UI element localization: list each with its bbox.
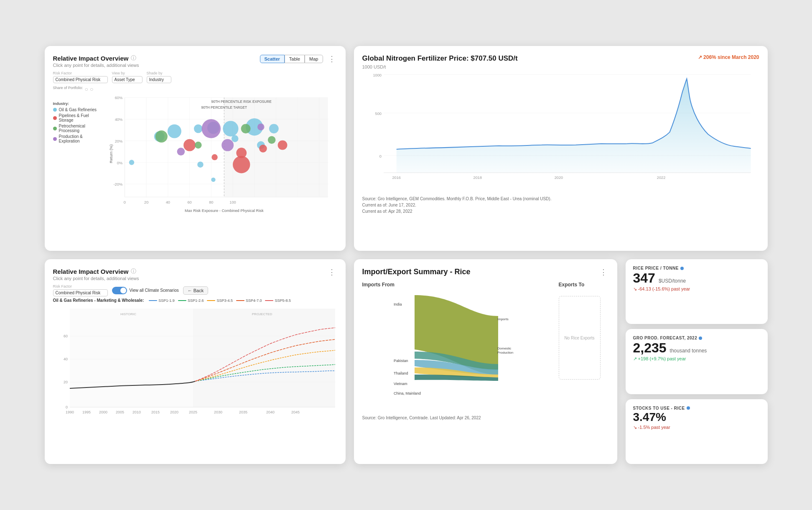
scatter-controls: Risk Factor Combined Physical Risk View … — [53, 71, 337, 83]
ssp-line-1 — [178, 300, 186, 301]
shade-by-group: Shade by Industry — [147, 71, 171, 83]
svg-text:100: 100 — [229, 200, 236, 204]
line-info-icon[interactable]: ⓘ — [131, 268, 136, 275]
svg-point-45 — [183, 139, 196, 151]
svg-point-53 — [241, 124, 250, 133]
svg-text:0: 0 — [65, 405, 67, 409]
svg-point-48 — [277, 140, 287, 150]
svg-rect-70 — [70, 309, 193, 407]
line-more-button[interactable]: ⋮ — [326, 268, 337, 277]
shade-by-select[interactable]: Industry — [147, 76, 171, 83]
risk-factor-group: Risk Factor Combined Physical Risk — [53, 71, 108, 83]
metric-dot-0 — [680, 267, 684, 270]
metrics-panel: RICE PRICE / TONNE 347 $USD/tonne ↘ -64.… — [626, 259, 768, 464]
svg-text:60%: 60% — [115, 96, 122, 100]
scatter-tab-table[interactable]: Table — [285, 55, 305, 63]
svg-text:60: 60 — [187, 200, 191, 204]
svg-text:1995: 1995 — [82, 410, 90, 414]
metric-dot-2 — [687, 406, 690, 410]
metric-card-2: STOCKS TO USE - RICE 3.47% ↘ -1.5% past … — [626, 399, 768, 464]
back-button[interactable]: ← Back — [183, 286, 209, 295]
scatter-toolbar: Scatter Table Map — [260, 55, 323, 63]
svg-text:40%: 40% — [115, 117, 122, 122]
import-content: Imports From India Pakistan Thailand Vie… — [362, 282, 609, 411]
scatter-more-button[interactable]: ⋮ — [326, 54, 337, 64]
svg-text:2045: 2045 — [291, 410, 299, 414]
ssp-label-1: SSP1-2.6 — [188, 298, 204, 303]
svg-point-43 — [197, 161, 203, 167]
metric-change-1: ↗ +198 (+9.7%) past year — [633, 356, 760, 362]
ssp-line-0 — [149, 300, 157, 301]
svg-rect-71 — [193, 309, 335, 407]
scatter-tab-map[interactable]: Map — [305, 55, 323, 63]
svg-text:2016: 2016 — [392, 176, 400, 180]
view-by-select[interactable]: Asset Type — [112, 76, 143, 83]
nitrogen-chart-svg: 0 500 1000 2016 2018 2020 2022 — [362, 69, 759, 191]
line-header: Relative Impact Overview ⓘ Click any poi… — [53, 268, 337, 281]
svg-text:40: 40 — [63, 357, 67, 361]
nitrogen-current-1: Current as of: June 17, 2022. — [362, 203, 417, 207]
svg-text:Thailand: Thailand — [394, 371, 408, 375]
metric-change-2: ↘ -1.5% past year — [633, 425, 760, 430]
climate-scenarios-toggle[interactable] — [112, 287, 127, 294]
series-label: Oil & Gas Refineries - Marketing & Whole… — [53, 298, 144, 303]
svg-text:2010: 2010 — [132, 410, 140, 414]
scatter-info-icon[interactable]: ⓘ — [131, 54, 136, 62]
legend-dot-2 — [53, 127, 57, 130]
ssp-item-1: SSP1-2.6 — [178, 298, 204, 303]
svg-text:China, Mainland: China, Mainland — [394, 391, 421, 395]
scatter-svg: 60% 40% 20% 0% -20% 0 20 40 60 80 100 90… — [102, 93, 337, 219]
svg-point-33 — [129, 160, 134, 165]
metric-label-2: STOCKS TO USE - RICE — [633, 406, 760, 411]
svg-text:60: 60 — [63, 334, 67, 338]
svg-text:1990: 1990 — [65, 410, 74, 414]
line-series-label-wrap: Oil & Gas Refineries - Marketing & Whole… — [53, 298, 337, 303]
svg-point-55 — [177, 148, 185, 156]
line-risk-select[interactable]: Combined Physical Risk — [53, 289, 108, 296]
exports-label: Exports To — [559, 282, 609, 288]
metric-value-1: 2,235 — [633, 341, 667, 354]
svg-text:-20%: -20% — [113, 182, 122, 186]
ssp-label-0: SSP1-1.9 — [158, 298, 175, 303]
ssp-item-2: SSP3-4.5 — [207, 298, 233, 303]
line-risk-label: Risk Factor — [53, 284, 108, 288]
import-more-button[interactable]: ⋮ — [598, 268, 609, 277]
svg-text:Imports: Imports — [497, 317, 509, 321]
svg-point-58 — [257, 123, 265, 130]
scatter-card: Relative Impact Overview ⓘ Click any poi… — [45, 46, 346, 251]
exports-section: Exports To No Rice Exports — [559, 282, 609, 411]
svg-point-56 — [201, 119, 221, 138]
svg-text:2018: 2018 — [473, 176, 481, 180]
legend-item-1: Pipelines & Fuel Storage — [53, 113, 99, 122]
scatter-tab-scatter[interactable]: Scatter — [260, 55, 285, 63]
svg-text:90TH PERCENTILE RISK EXPOSURE: 90TH PERCENTILE RISK EXPOSURE — [211, 100, 272, 104]
svg-text:PROJECTED: PROJECTED — [252, 312, 272, 316]
risk-factor-select[interactable]: Combined Physical Risk — [53, 76, 108, 83]
ssp-item-0: SSP1-1.9 — [149, 298, 175, 303]
share-circle-1[interactable]: ○ — [85, 86, 88, 92]
nitrogen-unit: 1000 USD/t — [362, 64, 518, 69]
svg-text:0: 0 — [123, 200, 125, 204]
nitrogen-header: Global Nitrogen Fertilizer Price: $707.5… — [362, 54, 759, 69]
svg-text:2020: 2020 — [554, 176, 563, 180]
legend-dot-1 — [53, 116, 57, 120]
metric-value-wrap-0: 347 $USD/tonne — [633, 270, 760, 285]
share-circle-2[interactable]: ○ — [90, 86, 93, 92]
svg-text:80: 80 — [209, 200, 213, 204]
imports-section: Imports From India Pakistan Thailand Vie… — [362, 282, 550, 411]
legend-label-2: Petrochemical Processing — [59, 124, 99, 133]
svg-rect-17 — [224, 97, 328, 197]
svg-point-40 — [231, 135, 238, 142]
svg-point-44 — [211, 178, 215, 182]
ssp-legend: Oil & Gas Refineries - Marketing & Whole… — [53, 298, 337, 303]
nitrogen-source-text: Source: Gro Intelligence, GEM Commoditie… — [362, 196, 552, 201]
share-of-portfolio-label: Share of Portfolio: — [53, 86, 83, 92]
nitrogen-badge: ↗ 206% since March 2020 — [698, 54, 759, 60]
svg-point-47 — [259, 145, 267, 153]
metric-card-0: RICE PRICE / TONNE 347 $USD/tonne ↘ -64.… — [626, 259, 768, 324]
legend-label-0: Oil & Gas Refineries — [59, 107, 97, 112]
legend-label-1: Pipelines & Fuel Storage — [59, 113, 99, 122]
metric-dot-1 — [699, 337, 702, 340]
svg-text:2005: 2005 — [115, 410, 124, 414]
svg-point-57 — [221, 139, 234, 151]
